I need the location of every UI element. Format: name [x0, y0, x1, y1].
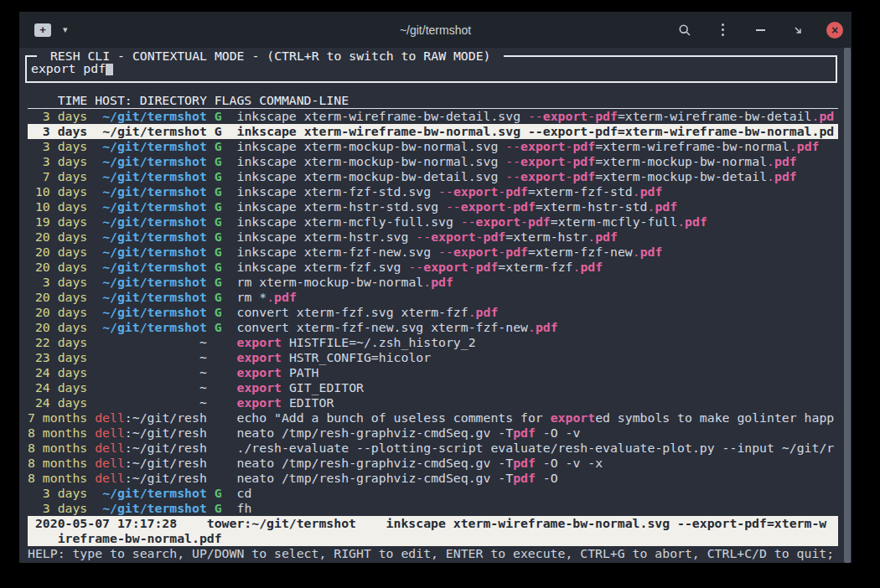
- history-row[interactable]: 10 days ~/git/termshot G inkscape xterm-…: [28, 184, 838, 199]
- minimize-button[interactable]: [751, 21, 769, 39]
- row-host-directory: ~: [95, 365, 207, 379]
- row-host-directory: ~: [95, 395, 207, 410]
- history-row[interactable]: 3 days ~/git/termshot G inkscape xterm-w…: [28, 109, 838, 124]
- row-time: 23 days: [28, 350, 87, 364]
- row-time: 20 days: [28, 260, 87, 274]
- row-flags: G: [215, 275, 222, 289]
- history-list: 3 days ~/git/termshot G inkscape xterm-w…: [28, 109, 838, 516]
- row-command: export GIT_EDITOR: [237, 380, 364, 395]
- history-row[interactable]: 24 days ~ export EDITOR: [28, 395, 838, 410]
- row-host-directory: ~: [95, 335, 207, 349]
- history-row[interactable]: 24 days ~ export GIT_EDITOR: [28, 380, 838, 395]
- row-host-directory: ~/git/termshot: [95, 109, 207, 123]
- row-host-directory: ~/git/termshot: [95, 305, 207, 319]
- history-row[interactable]: 3 days ~/git/termshot G inkscape xterm-m…: [28, 139, 838, 154]
- row-command: export PATH: [237, 365, 319, 379]
- history-row[interactable]: 8 months dell:~/git/resh ./resh-evaluate…: [28, 441, 838, 456]
- help-line: HELP: type to search, UP/DOWN to select,…: [28, 546, 838, 561]
- history-row[interactable]: 3 days ~/git/termshot G fh: [28, 501, 838, 516]
- new-tab-icon[interactable]: +: [34, 23, 51, 37]
- row-flags: G: [215, 199, 222, 214]
- restore-button[interactable]: [789, 21, 807, 39]
- history-row[interactable]: 23 days ~ export HSTR_CONFIG=hicolor: [28, 350, 838, 365]
- menu-kebab-icon[interactable]: [713, 21, 732, 39]
- row-flags: G: [215, 320, 222, 334]
- row-command: convert xterm-fzf.svg xterm-fzf.pdf: [237, 305, 499, 319]
- row-host-directory: ~: [95, 380, 207, 395]
- history-row[interactable]: 8 months dell:~/git/resh neato /tmp/resh…: [28, 426, 838, 441]
- row-time: 3 days: [28, 154, 87, 168]
- row-host-directory: ~/git/termshot: [95, 124, 207, 138]
- history-row[interactable]: 20 days ~/git/termshot G rm *.pdf: [28, 290, 838, 305]
- row-command: inkscape xterm-wireframe-bw-normal.svg -…: [237, 124, 835, 138]
- row-host-directory: ~/git/termshot: [95, 184, 207, 199]
- row-host-directory: ~: [95, 350, 207, 364]
- history-row[interactable]: 8 months dell:~/git/resh neato /tmp/resh…: [28, 456, 838, 471]
- history-row[interactable]: 3 days ~/git/termshot G inkscape xterm-m…: [28, 154, 838, 169]
- search-box-legend: RESH CLI - CONTEXTUAL MODE - (CTRL+R to …: [37, 49, 504, 64]
- row-flags: G: [215, 260, 222, 274]
- row-time: 3 days: [28, 109, 87, 123]
- search-icon[interactable]: [676, 21, 694, 39]
- resh-search-box[interactable]: RESH CLI - CONTEXTUAL MODE - (CTRL+R to …: [25, 55, 837, 83]
- row-command: inkscape xterm-mcfly-full.svg --export-p…: [237, 214, 707, 229]
- row-command: rm xterm-mockup-bw-normal.pdf: [237, 275, 453, 289]
- row-time: 20 days: [28, 320, 87, 334]
- row-command: inkscape xterm-hstr.svg --export-pdf=xte…: [237, 230, 618, 244]
- row-host-directory: ~/git/termshot: [95, 275, 207, 289]
- row-host-directory: dell:~/git/resh: [95, 441, 207, 455]
- row-time: 3 days: [28, 124, 87, 138]
- row-host-directory: ~/git/termshot: [95, 486, 207, 500]
- scrollbar-thumb[interactable]: [844, 48, 851, 563]
- row-time: 22 days: [28, 335, 87, 349]
- row-time: 24 days: [28, 365, 87, 379]
- row-host-directory: ~/git/termshot: [95, 260, 207, 274]
- row-time: 20 days: [28, 245, 87, 259]
- history-row[interactable]: 19 days ~/git/termshot G inkscape xterm-…: [28, 214, 838, 230]
- chevron-down-icon[interactable]: ▾: [63, 24, 68, 35]
- row-host-directory: dell:~/git/resh: [95, 456, 207, 470]
- history-row[interactable]: 3 days ~/git/termshot G rm xterm-mockup-…: [28, 275, 838, 290]
- history-row[interactable]: 20 days ~/git/termshot G inkscape xterm-…: [28, 260, 838, 275]
- history-row[interactable]: 20 days ~/git/termshot G convert xterm-f…: [28, 305, 838, 320]
- history-row[interactable]: 22 days ~ export HISTFILE=~/.zsh_history…: [28, 335, 838, 350]
- row-flags: G: [215, 139, 222, 153]
- row-time: 3 days: [28, 486, 87, 500]
- row-host-directory: dell:~/git/resh: [95, 426, 207, 440]
- row-host-directory: ~/git/termshot: [95, 501, 207, 515]
- row-host-directory: dell:~/git/resh: [95, 471, 207, 485]
- status-line-2: ireframe-bw-normal.pdf: [28, 531, 838, 546]
- row-time: 8 months: [28, 456, 87, 470]
- row-host-directory: ~/git/termshot: [95, 290, 207, 304]
- row-host-directory: ~/git/termshot: [95, 320, 207, 334]
- history-row[interactable]: 3 days ~/git/termshot G inkscape xterm-w…: [28, 124, 838, 139]
- row-flags: G: [215, 486, 222, 500]
- row-flags: G: [215, 501, 222, 515]
- row-flags: G: [215, 124, 222, 138]
- history-row[interactable]: 3 days ~/git/termshot G cd: [28, 486, 838, 501]
- history-row[interactable]: 8 months dell:~/git/resh neato /tmp/resh…: [28, 471, 838, 486]
- row-command: inkscape xterm-fzf.svg --export-pdf=xter…: [237, 260, 603, 274]
- row-command: inkscape xterm-mockup-bw-normal.svg --ex…: [237, 139, 820, 153]
- history-row[interactable]: 10 days ~/git/termshot G inkscape xterm-…: [28, 199, 838, 214]
- history-row[interactable]: 7 days ~/git/termshot G inkscape xterm-m…: [28, 169, 838, 184]
- row-host-directory: ~/git/termshot: [95, 154, 207, 168]
- history-row[interactable]: 20 days ~/git/termshot G inkscape xterm-…: [28, 230, 838, 245]
- titlebar[interactable]: + ▾ ~/git/termshot ×: [19, 12, 852, 48]
- row-command: export HSTR_CONFIG=hicolor: [237, 350, 432, 364]
- history-row[interactable]: 7 months dell:~/git/resh echo "Add a bun…: [28, 410, 838, 426]
- row-flags: [215, 471, 222, 485]
- row-time: 7 months: [28, 410, 87, 425]
- history-row[interactable]: 20 days ~/git/termshot G inkscape xterm-…: [28, 245, 838, 260]
- text-cursor: [106, 62, 113, 75]
- history-row[interactable]: 20 days ~/git/termshot G convert xterm-f…: [28, 320, 838, 335]
- row-command: inkscape xterm-wireframe-bw-detail.svg -…: [237, 109, 835, 123]
- row-command: echo "Add a bunch of useless comments fo…: [237, 410, 835, 425]
- close-button[interactable]: ×: [826, 22, 843, 39]
- row-flags: [215, 380, 222, 395]
- row-command: fh: [237, 501, 252, 515]
- row-time: 7 days: [28, 169, 87, 183]
- row-flags: [215, 365, 222, 379]
- row-command: neato /tmp/resh-graphviz-cmdSeq.gv -Tpdf…: [237, 471, 558, 485]
- history-row[interactable]: 24 days ~ export PATH: [28, 365, 838, 380]
